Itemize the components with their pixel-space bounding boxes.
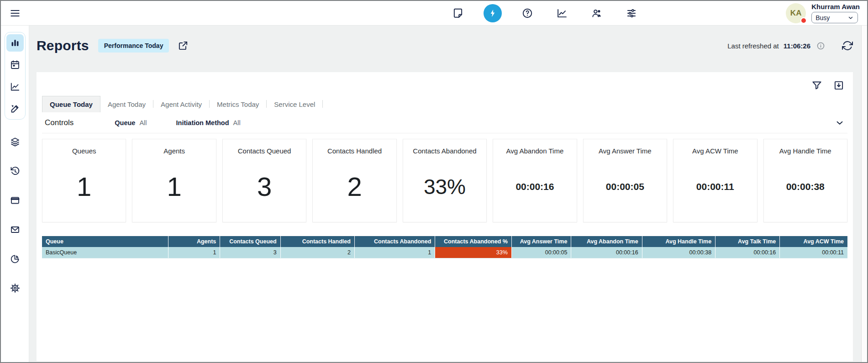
filter-label: Initiation Method <box>176 119 229 126</box>
last-refreshed-label: Last refreshed at <box>727 42 779 50</box>
menu-icon[interactable] <box>8 6 22 20</box>
col-avg-talk-time[interactable]: Avg Talk Time <box>715 236 780 247</box>
page-title: Reports <box>37 38 89 53</box>
mail-icon[interactable] <box>6 221 24 238</box>
user-block: Khurram Awan Busy <box>811 3 860 23</box>
card-label: Avg Handle Time <box>779 147 831 155</box>
col-avg-answer-time[interactable]: Avg Answer Time <box>511 236 571 247</box>
users-icon[interactable] <box>588 4 606 22</box>
collapse-chevron-icon[interactable] <box>835 118 845 128</box>
info-icon[interactable] <box>816 41 826 51</box>
initiation-method-filter[interactable]: Initiation Method All <box>176 119 241 126</box>
download-icon[interactable] <box>833 79 845 91</box>
filter-value: All <box>139 119 147 126</box>
table-row: BasicQueue 1 3 2 1 33% 00:00:05 00:00:16… <box>42 247 847 258</box>
col-avg-abandon-time[interactable]: Avg Abandon Time <box>571 236 642 247</box>
col-agents[interactable]: Agents <box>168 236 220 247</box>
window-icon[interactable] <box>6 192 24 209</box>
card-value: 00:00:16 <box>516 181 554 192</box>
card-label: Queues <box>72 147 96 155</box>
cell-avg-talk-time: 00:00:16 <box>715 247 780 258</box>
cell-contacts-abandoned: 1 <box>354 247 435 258</box>
metric-cards: Queues 1 Agents 1 Contacts Queued 3 Cont… <box>42 139 847 222</box>
tab-agent-today[interactable]: Agent Today <box>100 96 153 112</box>
refresh-icon[interactable] <box>842 40 853 51</box>
card-label: Agents <box>163 147 185 155</box>
tab-label: Queue Today <box>50 100 93 108</box>
chevron-down-icon <box>847 15 854 21</box>
col-avg-acw-time[interactable]: Avg ACW Time <box>780 236 847 247</box>
metric-card-agents: Agents 1 <box>132 139 216 222</box>
col-contacts-abandoned[interactable]: Contacts Abandoned <box>354 236 435 247</box>
col-queue[interactable]: Queue <box>42 236 168 247</box>
tab-label: Agent Activity <box>161 100 202 108</box>
metric-card-avg-answer-time: Avg Answer Time 00:00:05 <box>583 139 667 222</box>
note-icon[interactable] <box>449 4 467 22</box>
tab-service-level[interactable]: Service Level <box>267 96 322 112</box>
col-avg-handle-time[interactable]: Avg Handle Time <box>642 236 715 247</box>
tab-label: Service Level <box>274 100 315 108</box>
card-label: Avg Answer Time <box>599 147 652 155</box>
filter-label: Queue <box>115 119 135 126</box>
card-value: 1 <box>77 171 91 202</box>
calendar-icon[interactable] <box>6 56 24 74</box>
edit-icon[interactable] <box>6 100 24 117</box>
layers-icon[interactable] <box>6 133 24 151</box>
metric-card-avg-abandon-time: Avg Abandon Time 00:00:16 <box>493 139 577 222</box>
metric-card-avg-acw-time: Avg ACW Time 00:00:11 <box>673 139 757 222</box>
col-contacts-handled[interactable]: Contacts Handled <box>280 236 354 247</box>
status-select[interactable]: Busy <box>811 12 858 23</box>
cell-agents: 1 <box>168 247 220 258</box>
lightning-icon[interactable] <box>484 4 502 22</box>
scrollbar[interactable] <box>861 26 867 362</box>
tab-bar: Queue Today Agent Today Agent Activity M… <box>42 95 847 112</box>
metric-card-queues: Queues 1 <box>42 139 126 222</box>
tab-queue-today[interactable]: Queue Today <box>42 96 100 112</box>
help-icon[interactable] <box>518 4 537 22</box>
sidebar-lower-group <box>6 133 24 297</box>
cell-queue: BasicQueue <box>42 247 168 258</box>
queue-table-wrap: Queue Agents Contacts Queued Contacts Ha… <box>42 236 847 258</box>
avatar-initials: KA <box>790 9 802 18</box>
col-contacts-abandoned-pct[interactable]: Contacts Abandoned % <box>435 236 512 247</box>
col-contacts-queued[interactable]: Contacts Queued <box>220 236 280 247</box>
page-header: Reports Performance Today Last refreshed… <box>37 33 853 58</box>
user-name: Khurram Awan <box>811 3 860 11</box>
card-value: 00:00:11 <box>696 181 734 192</box>
last-refreshed-time: 11:06:26 <box>784 42 810 50</box>
bar-chart-icon[interactable] <box>6 34 24 52</box>
history-icon[interactable] <box>6 163 24 180</box>
external-link-icon[interactable] <box>177 40 189 52</box>
card-label: Contacts Abandoned <box>413 147 476 155</box>
sidebar-report-group <box>5 32 26 120</box>
controls-row: Controls Queue All Initiation Method All <box>42 112 847 133</box>
avatar[interactable]: KA <box>786 3 806 23</box>
cell-contacts-abandoned-pct: 33% <box>435 247 512 258</box>
tab-metrics-today[interactable]: Metrics Today <box>210 96 266 112</box>
gear-icon[interactable] <box>6 279 24 297</box>
tab-agent-activity[interactable]: Agent Activity <box>153 96 209 112</box>
tab-separator <box>322 100 323 108</box>
cell-contacts-queued: 3 <box>220 247 280 258</box>
card-label: Avg ACW Time <box>692 147 738 155</box>
line-chart-icon[interactable] <box>6 78 24 95</box>
tab-label: Metrics Today <box>217 100 259 108</box>
sliders-icon[interactable] <box>622 4 641 22</box>
queue-table: Queue Agents Contacts Queued Contacts Ha… <box>42 236 847 258</box>
metric-card-contacts-queued: Contacts Queued 3 <box>222 139 306 222</box>
topbar-icon-group <box>449 4 641 22</box>
refresh-area: Last refreshed at 11:06:26 <box>727 40 853 51</box>
pie-chart-icon[interactable] <box>6 250 24 268</box>
queue-filter[interactable]: Queue All <box>115 119 147 126</box>
filter-icon[interactable] <box>811 79 823 91</box>
tab-label: Agent Today <box>108 100 146 108</box>
card-label: Contacts Handled <box>327 147 382 155</box>
controls-title: Controls <box>45 118 74 127</box>
metrics-icon[interactable] <box>553 4 571 22</box>
sidebar <box>1 26 29 362</box>
presence-dot <box>800 17 807 24</box>
top-bar: KA Khurram Awan Busy <box>1 1 867 26</box>
cell-avg-acw-time: 00:00:11 <box>780 247 847 258</box>
panel-toolbar <box>42 72 847 94</box>
card-value: 00:00:05 <box>606 181 644 192</box>
